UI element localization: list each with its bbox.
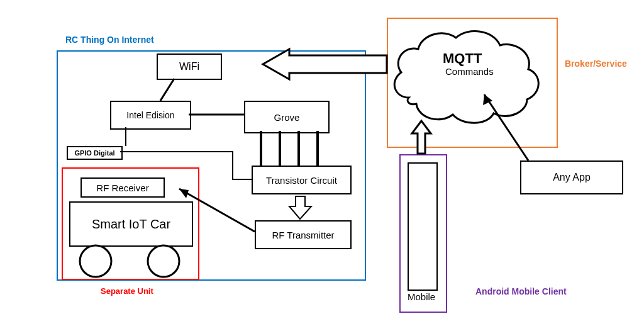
title-separate-unit: Separate Unit bbox=[101, 286, 153, 296]
block-rf-transmitter: RF Transmitter bbox=[255, 220, 352, 249]
block-wifi-label: WiFi bbox=[179, 61, 199, 72]
block-smart-iot-car-label: Smart IoT Car bbox=[92, 217, 170, 232]
block-rf-receiver: RF Receiver bbox=[80, 177, 165, 198]
mqtt-heading: MQTT bbox=[443, 50, 482, 67]
block-mobile-label: Mobile bbox=[408, 291, 435, 302]
title-broker-service: Broker/Service bbox=[565, 59, 627, 69]
block-rf-receiver-label: RF Receiver bbox=[96, 183, 148, 193]
block-intel-edison-label: Intel Edision bbox=[126, 110, 174, 120]
title-android-client: Android Mobile Client bbox=[475, 286, 567, 296]
region-broker-service bbox=[387, 18, 558, 148]
block-transistor-circuit: Transistor Circuit bbox=[252, 166, 352, 194]
block-wifi: WiFi bbox=[157, 53, 222, 80]
block-grove: Grove bbox=[244, 101, 330, 133]
title-rc-thing: RC Thing On Internet bbox=[65, 35, 154, 45]
block-transistor-circuit-label: Transistor Circuit bbox=[266, 175, 337, 186]
block-intel-edison: Intel Edision bbox=[110, 101, 191, 130]
mqtt-sub: Commands bbox=[445, 66, 494, 77]
block-gpio-digital-label: GPIO Digital bbox=[74, 149, 114, 157]
block-any-app: Any App bbox=[520, 160, 623, 194]
block-rf-transmitter-label: RF Transmitter bbox=[272, 230, 334, 240]
block-any-app-label: Any App bbox=[553, 172, 591, 183]
block-gpio-digital: GPIO Digital bbox=[67, 146, 123, 160]
block-grove-label: Grove bbox=[274, 112, 300, 123]
block-smart-iot-car: Smart IoT Car bbox=[69, 201, 193, 247]
block-mobile bbox=[408, 162, 438, 291]
